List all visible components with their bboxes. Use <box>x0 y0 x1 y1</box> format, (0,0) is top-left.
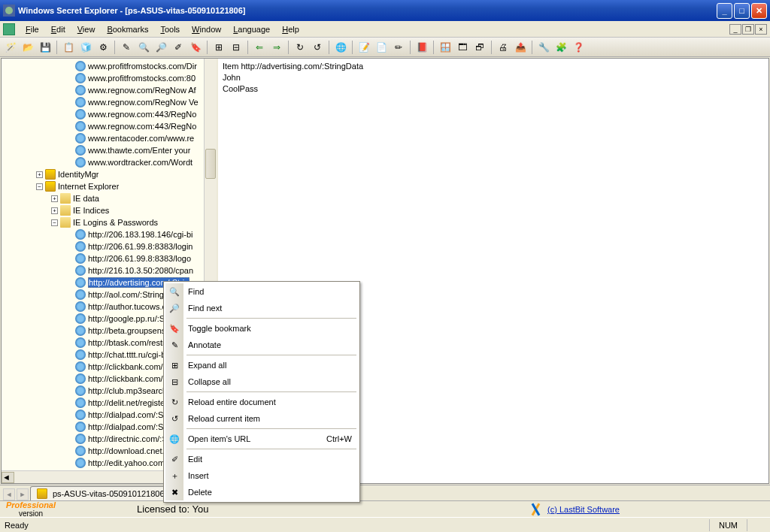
find-next-icon[interactable]: 🔎 <box>153 40 168 55</box>
globe-icon <box>75 229 86 240</box>
save-icon[interactable]: 💾 <box>38 40 53 55</box>
ctx-open-item-s-url[interactable]: 🌐Open item's URLCtrl+W <box>165 431 358 447</box>
tree-item[interactable]: www.thawte.com/Enter your <box>2 144 217 156</box>
close-button[interactable]: ✕ <box>751 3 767 19</box>
tree-item[interactable]: www.profitfromstocks.com/Dir <box>2 60 217 72</box>
globe-icon <box>75 133 86 144</box>
cube-icon[interactable]: 🧊 <box>78 40 93 55</box>
annotate-icon[interactable]: ✐ <box>171 40 186 55</box>
mdi-minimize-button[interactable]: _ <box>729 24 741 35</box>
doc-icon <box>3 23 15 35</box>
tool3-icon[interactable]: ✏ <box>391 40 406 55</box>
ctx-icon: 🔎 <box>168 302 180 314</box>
tree-item[interactable]: +IdentityMgr <box>2 168 217 180</box>
content-line3: CoolPass <box>223 84 258 93</box>
ctx-toggle-bookmark[interactable]: 🔖Toggle bookmark <box>165 320 358 337</box>
vendor-link[interactable]: (c) LastBit Software <box>529 503 620 516</box>
bookmark-icon[interactable]: 🔖 <box>188 40 203 55</box>
ctx-reload-entire-document[interactable]: ↻Reload entire document <box>165 394 358 410</box>
tree-item[interactable]: www.wordtracker.com/Wordt <box>2 156 217 168</box>
ctx-delete[interactable]: ✖Delete <box>165 484 358 500</box>
tree-item[interactable]: www.rentacoder.com/www.re <box>2 132 217 144</box>
menu-language[interactable]: Language <box>227 23 276 35</box>
ctx-expand-all[interactable]: ⊞Expand all <box>165 357 358 373</box>
tree-item[interactable]: http://206.61.99.8:8383/login <box>2 240 217 252</box>
ctx-reload-current-item[interactable]: ↺Reload current item <box>165 410 358 427</box>
ctx-collapse-all[interactable]: ⊟Collapse all <box>165 373 358 390</box>
maximize-button[interactable]: □ <box>734 3 750 19</box>
export-icon[interactable]: 📤 <box>513 40 528 55</box>
menu-window[interactable]: Window <box>186 23 227 35</box>
folder-icon <box>60 205 71 216</box>
menu-bar: FileEditViewBookmarksToolsWindowLanguage… <box>0 21 770 38</box>
tree-item[interactable]: www.profitfromstocks.com:80 <box>2 72 217 84</box>
tree-item[interactable]: www.regnow.com:443/RegNo <box>2 120 217 132</box>
print-icon[interactable]: 🖨 <box>496 40 511 55</box>
tree-item[interactable]: http://216.10.3.50:2080/cpan <box>2 264 217 277</box>
ctx-annotate[interactable]: ✎Annotate <box>165 337 358 353</box>
misc2-icon[interactable]: 🧩 <box>553 40 568 55</box>
gear-icon[interactable]: ⚙ <box>95 40 111 55</box>
menu-edit[interactable]: Edit <box>45 23 71 35</box>
ctx-insert[interactable]: ＋Insert <box>165 467 358 484</box>
tree-item[interactable]: +IE Indices <box>2 204 217 216</box>
tree-item[interactable]: −Internet Explorer <box>2 180 217 192</box>
content-line1: Item http://advertising.com/:StringData <box>223 62 363 71</box>
globe-icon[interactable]: 🌐 <box>333 40 348 55</box>
copy-icon[interactable]: 📋 <box>61 40 76 55</box>
globe-icon <box>75 325 86 336</box>
menu-bookmarks[interactable]: Bookmarks <box>101 23 154 35</box>
ctx-find[interactable]: 🔍Find <box>165 283 358 300</box>
globe-icon <box>75 313 86 324</box>
reload-doc-icon[interactable]: ↻ <box>293 40 308 55</box>
menu-help[interactable]: Help <box>276 23 305 35</box>
tool1-icon[interactable]: 📝 <box>356 40 371 55</box>
wizard-icon[interactable]: 🪄 <box>3 40 18 55</box>
menu-tools[interactable]: Tools <box>154 23 186 35</box>
find-icon[interactable]: 🔍 <box>136 40 151 55</box>
help-icon[interactable]: ❓ <box>571 40 586 55</box>
open-icon[interactable]: 📂 <box>20 40 35 55</box>
vendor-link-text[interactable]: (c) LastBit Software <box>547 505 620 514</box>
win1-icon[interactable]: 🪟 <box>438 40 453 55</box>
vendor-logo-icon <box>529 503 543 516</box>
edit-icon[interactable]: ✎ <box>119 40 134 55</box>
misc1-icon[interactable]: 🔧 <box>536 40 551 55</box>
ctx-icon: ↻ <box>168 396 180 408</box>
expander-icon[interactable]: + <box>51 207 58 214</box>
tool2-icon[interactable]: 📄 <box>374 40 389 55</box>
globe-icon <box>75 61 86 71</box>
tree-item[interactable]: www.regnow.com:443/RegNo <box>2 108 217 120</box>
win2-icon[interactable]: 🗔 <box>455 40 470 55</box>
toolbar: 🪄 📂 💾 📋 🧊 ⚙ ✎ 🔍 🔎 ✐ 🔖 ⊞ ⊟ ⇐ ⇒ ↻ ↺ 🌐 📝 📄 … <box>0 38 770 57</box>
menu-separator <box>186 449 356 449</box>
tree-item[interactable]: http://206.183.198.146/cgi-bi <box>2 228 217 240</box>
forward-icon[interactable]: ⇒ <box>269 40 284 55</box>
tree-item[interactable]: http://206.61.99.8:8383/logo <box>2 252 217 264</box>
back-icon[interactable]: ⇐ <box>252 40 267 55</box>
folder-icon <box>60 217 71 228</box>
context-menu: 🔍Find🔎Find next🔖Toggle bookmark✎Annotate… <box>163 281 360 503</box>
ctx-edit[interactable]: ✐Edit <box>165 451 358 467</box>
expander-icon[interactable]: − <box>51 219 58 226</box>
book-icon[interactable]: 📕 <box>414 40 429 55</box>
expand-icon[interactable]: ⊞ <box>211 40 226 55</box>
collapse-icon[interactable]: ⊟ <box>229 40 244 55</box>
expander-icon[interactable]: + <box>51 195 58 202</box>
expander-icon[interactable]: − <box>36 183 43 190</box>
reload-item-icon[interactable]: ↺ <box>310 40 325 55</box>
tree-item[interactable]: −IE Logins & Passwords <box>2 216 217 228</box>
win3-icon[interactable]: 🗗 <box>472 40 487 55</box>
tree-item[interactable]: www.regnow.com/RegNow Af <box>2 84 217 96</box>
title-bar: Windows Secret Explorer - [ps-ASUS-vitas… <box>0 0 770 21</box>
mdi-close-button[interactable]: × <box>755 24 767 35</box>
ctx-find-next[interactable]: 🔎Find next <box>165 300 358 316</box>
expander-icon[interactable]: + <box>36 171 43 178</box>
menu-file[interactable]: File <box>20 23 45 35</box>
mdi-restore-button[interactable]: ❐ <box>742 24 754 35</box>
folder-icon <box>60 193 71 204</box>
minimize-button[interactable]: _ <box>717 3 732 19</box>
menu-view[interactable]: View <box>71 23 102 35</box>
tree-item[interactable]: www.regnow.com/RegNow Ve <box>2 96 217 108</box>
tree-item[interactable]: +IE data <box>2 192 217 204</box>
